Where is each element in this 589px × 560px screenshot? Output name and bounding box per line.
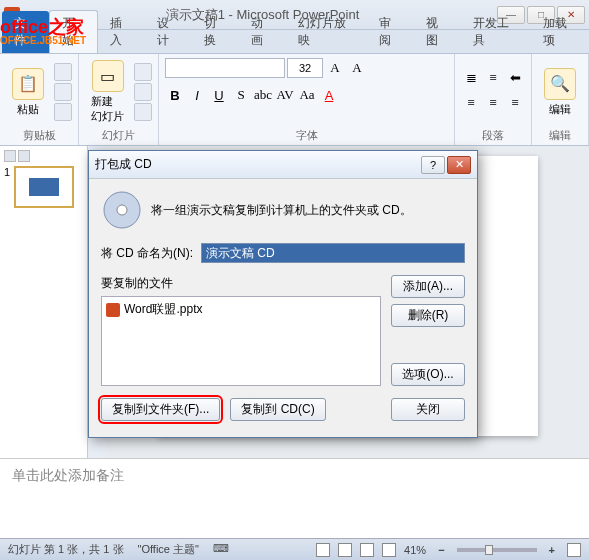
slide-thumbnail[interactable]: 1 bbox=[4, 166, 83, 208]
file-list[interactable]: Word联盟.pptx bbox=[101, 296, 381, 386]
fit-window-icon[interactable] bbox=[567, 543, 581, 557]
file-item[interactable]: Word联盟.pptx bbox=[106, 301, 376, 318]
notes-placeholder: 单击此处添加备注 bbox=[12, 467, 124, 483]
format-painter-icon[interactable] bbox=[54, 103, 72, 121]
thumbnails-panel: 1 bbox=[0, 146, 88, 458]
thumbnail-number: 1 bbox=[4, 166, 10, 208]
dialog-description: 将一组演示文稿复制到计算机上的文件夹或 CD。 bbox=[151, 202, 465, 219]
bold-button[interactable]: B bbox=[165, 85, 185, 105]
close-button[interactable]: 关闭 bbox=[391, 398, 465, 421]
slides-tab-icon[interactable] bbox=[4, 150, 16, 162]
dialog-titlebar[interactable]: 打包成 CD ? ✕ bbox=[89, 151, 477, 179]
cut-icon[interactable] bbox=[54, 63, 72, 81]
tab-dev[interactable]: 开发工具 bbox=[461, 11, 531, 53]
group-label: 剪贴板 bbox=[6, 126, 72, 143]
outline-tab-icon[interactable] bbox=[18, 150, 30, 162]
cd-name-input[interactable] bbox=[201, 243, 465, 263]
strike-button[interactable]: S bbox=[231, 85, 251, 105]
tab-design[interactable]: 设计 bbox=[145, 11, 192, 53]
group-label: 段落 bbox=[461, 126, 525, 143]
dialog-close-button[interactable]: ✕ bbox=[447, 156, 471, 174]
bullets-icon[interactable]: ≣ bbox=[461, 68, 481, 88]
add-button[interactable]: 添加(A)... bbox=[391, 275, 465, 298]
group-label: 幻灯片 bbox=[85, 126, 152, 143]
group-slides: ▭ 新建 幻灯片 幻灯片 bbox=[79, 54, 159, 145]
section-icon[interactable] bbox=[134, 103, 152, 121]
svg-point-1 bbox=[117, 205, 127, 215]
clipboard-icon: 📋 bbox=[12, 68, 44, 100]
font-family-select[interactable] bbox=[165, 58, 285, 78]
slide-count: 幻灯片 第 1 张，共 1 张 bbox=[8, 542, 124, 557]
theme-name: "Office 主题" bbox=[138, 542, 199, 557]
dialog-help-button[interactable]: ? bbox=[421, 156, 445, 174]
status-bar: 幻灯片 第 1 张，共 1 张 "Office 主题" ⌨ 41% − + bbox=[0, 538, 589, 560]
cd-name-label: 将 CD 命名为(N): bbox=[101, 245, 193, 262]
tab-animation[interactable]: 动画 bbox=[239, 11, 286, 53]
group-label: 编辑 bbox=[538, 126, 582, 143]
pptx-icon bbox=[106, 303, 120, 317]
align-right-icon[interactable]: ≡ bbox=[505, 93, 525, 113]
dialog-title: 打包成 CD bbox=[95, 156, 419, 173]
tab-view[interactable]: 视图 bbox=[414, 11, 461, 53]
italic-button[interactable]: I bbox=[187, 85, 207, 105]
group-editing: 🔍 编辑 编辑 bbox=[532, 54, 589, 145]
underline-button[interactable]: U bbox=[209, 85, 229, 105]
zoom-out-button[interactable]: − bbox=[434, 544, 448, 556]
zoom-slider[interactable] bbox=[457, 548, 537, 552]
normal-view-icon[interactable] bbox=[316, 543, 330, 557]
tab-insert[interactable]: 插入 bbox=[98, 11, 145, 53]
group-clipboard: 📋 粘贴 剪贴板 bbox=[0, 54, 79, 145]
group-font: 32 A A B I U S abc AV Aa A 字体 bbox=[159, 54, 455, 145]
grow-font-icon[interactable]: A bbox=[325, 58, 345, 78]
group-label: 字体 bbox=[165, 126, 448, 143]
font-size-select[interactable]: 32 bbox=[287, 58, 323, 78]
slideshow-view-icon[interactable] bbox=[382, 543, 396, 557]
notes-pane[interactable]: 单击此处添加备注 bbox=[0, 458, 589, 538]
options-button[interactable]: 选项(O)... bbox=[391, 363, 465, 386]
case-button[interactable]: Aa bbox=[297, 85, 317, 105]
spacing-button[interactable]: AV bbox=[275, 85, 295, 105]
copy-to-cd-button[interactable]: 复制到 CD(C) bbox=[230, 398, 325, 421]
indent-dec-icon[interactable]: ⬅ bbox=[505, 68, 525, 88]
binoculars-icon: 🔍 bbox=[544, 68, 576, 100]
align-left-icon[interactable]: ≡ bbox=[461, 93, 481, 113]
ribbon: 📋 粘贴 剪贴板 ▭ 新建 幻灯片 幻灯片 bbox=[0, 54, 589, 146]
copy-icon[interactable] bbox=[54, 83, 72, 101]
tab-slideshow[interactable]: 幻灯片放映 bbox=[286, 11, 367, 53]
group-paragraph: ≣ ≡ ⬅ ≡ ≡ ≡ 段落 bbox=[455, 54, 532, 145]
copy-to-folder-button[interactable]: 复制到文件夹(F)... bbox=[101, 398, 220, 421]
zoom-value: 41% bbox=[404, 544, 426, 556]
sorter-view-icon[interactable] bbox=[338, 543, 352, 557]
numbering-icon[interactable]: ≡ bbox=[483, 68, 503, 88]
paste-button[interactable]: 📋 粘贴 bbox=[6, 66, 50, 119]
tab-transition[interactable]: 切换 bbox=[192, 11, 239, 53]
zoom-in-button[interactable]: + bbox=[545, 544, 559, 556]
watermark-logo: office之家OFFICE.JB51.NET bbox=[0, 20, 86, 48]
reset-icon[interactable] bbox=[134, 83, 152, 101]
shrink-font-icon[interactable]: A bbox=[347, 58, 367, 78]
find-button[interactable]: 🔍 编辑 bbox=[538, 66, 582, 119]
package-cd-dialog: 打包成 CD ? ✕ 将一组演示文稿复制到计算机上的文件夹或 CD。 将 CD … bbox=[88, 150, 478, 438]
reading-view-icon[interactable] bbox=[360, 543, 374, 557]
layout-icon[interactable] bbox=[134, 63, 152, 81]
lang-icon[interactable]: ⌨ bbox=[213, 542, 229, 557]
font-color-button[interactable]: A bbox=[319, 85, 339, 105]
remove-button[interactable]: 删除(R) bbox=[391, 304, 465, 327]
tab-review[interactable]: 审阅 bbox=[367, 11, 414, 53]
files-label: 要复制的文件 bbox=[101, 275, 381, 292]
shadow-button[interactable]: abc bbox=[253, 85, 273, 105]
thumbnail-preview bbox=[14, 166, 74, 208]
cd-icon bbox=[101, 189, 143, 231]
tab-addins[interactable]: 加载项 bbox=[531, 11, 589, 53]
new-slide-icon: ▭ bbox=[92, 60, 124, 92]
align-center-icon[interactable]: ≡ bbox=[483, 93, 503, 113]
ribbon-tabs: 文件 开始 插入 设计 切换 动画 幻灯片放映 审阅 视图 开发工具 加载项 bbox=[0, 30, 589, 54]
new-slide-button[interactable]: ▭ 新建 幻灯片 bbox=[85, 58, 130, 126]
file-name: Word联盟.pptx bbox=[124, 301, 202, 318]
